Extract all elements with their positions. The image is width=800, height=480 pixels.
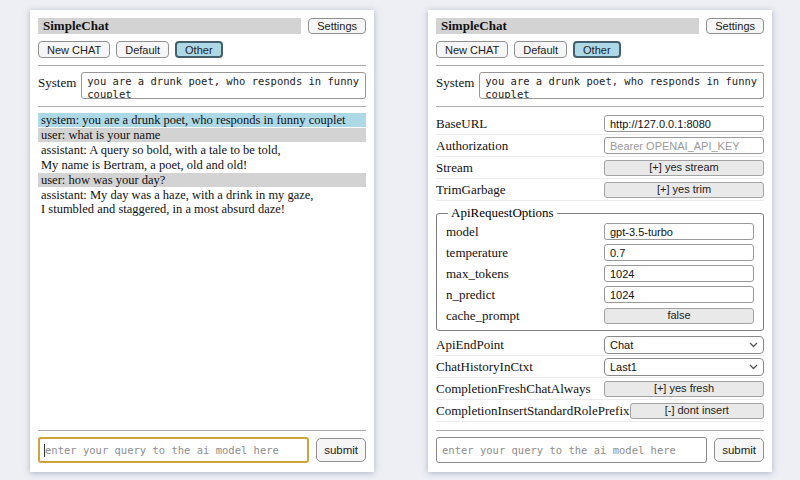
chathistory-select[interactable]: Last1 bbox=[604, 358, 764, 376]
roleprefix-label: CompletionInsertStandardRolePrefix bbox=[436, 403, 630, 419]
setting-row-roleprefix: CompletionInsertStandardRolePrefix [-] d… bbox=[436, 400, 764, 422]
setting-row-n-predict: n_predict bbox=[446, 284, 754, 305]
chathistory-selected-value: Last1 bbox=[610, 361, 637, 373]
session-tab-default[interactable]: Default bbox=[116, 41, 169, 58]
freshchat-toggle-button[interactable]: [+] yes fresh bbox=[604, 381, 764, 397]
max-tokens-label: max_tokens bbox=[446, 266, 509, 282]
session-toolbar: New CHAT Default Other bbox=[436, 41, 764, 58]
query-row: submit bbox=[38, 437, 366, 463]
header: SimpleChat Settings bbox=[436, 18, 764, 34]
temperature-input[interactable] bbox=[604, 244, 754, 261]
submit-button[interactable]: submit bbox=[714, 438, 764, 462]
settings-panel: SimpleChat Settings New CHAT Default Oth… bbox=[428, 10, 772, 472]
chat-message-system: system: you are a drunk poet, who respon… bbox=[38, 113, 366, 127]
baseurl-input[interactable] bbox=[604, 115, 764, 132]
system-prompt-row: System you are a drunk poet, who respond… bbox=[436, 72, 764, 99]
trimgarbage-toggle-button[interactable]: [+] yes trim bbox=[604, 182, 764, 198]
chevron-down-icon bbox=[749, 342, 758, 348]
query-area: submit bbox=[436, 430, 764, 463]
stream-toggle-button[interactable]: [+] yes stream bbox=[604, 160, 764, 176]
session-toolbar: New CHAT Default Other bbox=[38, 41, 366, 58]
divider bbox=[436, 430, 764, 431]
n-predict-label: n_predict bbox=[446, 287, 495, 303]
chat-log: system: you are a drunk poet, who respon… bbox=[38, 113, 366, 216]
max-tokens-input[interactable] bbox=[604, 265, 754, 282]
chathistory-label: ChatHistoryInCtxt bbox=[436, 359, 533, 375]
system-prompt-input[interactable]: you are a drunk poet, who responds in fu… bbox=[479, 72, 764, 99]
chat-message-user: user: what is your name bbox=[38, 128, 366, 142]
submit-button[interactable]: submit bbox=[316, 438, 366, 462]
setting-row-baseurl: BaseURL bbox=[436, 113, 764, 135]
apiendpoint-select[interactable]: Chat bbox=[604, 336, 764, 354]
new-chat-button[interactable]: New CHAT bbox=[38, 41, 110, 58]
cache-prompt-toggle-button[interactable]: false bbox=[604, 308, 754, 324]
setting-row-max-tokens: max_tokens bbox=[446, 263, 754, 284]
divider bbox=[436, 106, 764, 107]
trimgarbage-label: TrimGarbage bbox=[436, 182, 506, 198]
system-label: System bbox=[436, 72, 474, 91]
baseurl-label: BaseURL bbox=[436, 116, 487, 132]
chevron-down-icon bbox=[749, 364, 758, 370]
new-chat-button[interactable]: New CHAT bbox=[436, 41, 508, 58]
chat-message-assistant: assistant: My day was a haze, with a dri… bbox=[38, 188, 366, 216]
system-label: System bbox=[38, 72, 76, 91]
chat-message-assistant: assistant: A query so bold, with a tale … bbox=[38, 143, 366, 171]
system-prompt-row: System you are a drunk poet, who respond… bbox=[38, 72, 366, 99]
settings-button[interactable]: Settings bbox=[706, 18, 764, 34]
authorization-input[interactable] bbox=[604, 137, 764, 154]
settings-button[interactable]: Settings bbox=[308, 18, 366, 34]
system-prompt-input[interactable]: you are a drunk poet, who responds in fu… bbox=[81, 72, 366, 99]
session-tab-other[interactable]: Other bbox=[573, 41, 621, 58]
model-label: model bbox=[446, 224, 479, 240]
setting-row-stream: Stream [+] yes stream bbox=[436, 157, 764, 179]
setting-row-cache-prompt: cache_prompt false bbox=[446, 305, 754, 326]
model-input[interactable] bbox=[604, 223, 754, 240]
app-title: SimpleChat bbox=[38, 18, 301, 34]
setting-row-chathistory: ChatHistoryInCtxt Last1 bbox=[436, 356, 764, 378]
freshchat-label: CompletionFreshChatAlways bbox=[436, 381, 591, 397]
header: SimpleChat Settings bbox=[38, 18, 366, 34]
divider bbox=[436, 65, 764, 66]
chat-panel: SimpleChat Settings New CHAT Default Oth… bbox=[30, 10, 374, 472]
apiendpoint-selected-value: Chat bbox=[610, 339, 633, 351]
n-predict-input[interactable] bbox=[604, 286, 754, 303]
query-row: submit bbox=[436, 437, 764, 463]
query-area: submit bbox=[38, 430, 366, 463]
session-tab-default[interactable]: Default bbox=[514, 41, 567, 58]
setting-row-trimgarbage: TrimGarbage [+] yes trim bbox=[436, 179, 764, 201]
query-input[interactable] bbox=[436, 437, 707, 463]
setting-row-apiendpoint: ApiEndPoint Chat bbox=[436, 334, 764, 356]
stream-label: Stream bbox=[436, 160, 473, 176]
divider bbox=[38, 430, 366, 431]
setting-row-authorization: Authorization bbox=[436, 135, 764, 157]
settings-form: BaseURL Authorization Stream [+] yes str… bbox=[436, 113, 764, 422]
roleprefix-toggle-button[interactable]: [-] dont insert bbox=[630, 403, 764, 419]
cache-prompt-label: cache_prompt bbox=[446, 308, 520, 324]
setting-row-temperature: temperature bbox=[446, 242, 754, 263]
chat-message-user: user: how was your day? bbox=[38, 173, 366, 187]
divider bbox=[38, 106, 366, 107]
app-title: SimpleChat bbox=[436, 18, 699, 34]
session-tab-other[interactable]: Other bbox=[175, 41, 223, 58]
api-request-options-legend: ApiRequestOptions bbox=[448, 205, 557, 221]
api-request-options-fieldset: ApiRequestOptions model temperature max_… bbox=[436, 205, 764, 331]
temperature-label: temperature bbox=[446, 245, 508, 261]
divider bbox=[38, 65, 366, 66]
apiendpoint-label: ApiEndPoint bbox=[436, 337, 504, 353]
setting-row-freshchat: CompletionFreshChatAlways [+] yes fresh bbox=[436, 378, 764, 400]
authorization-label: Authorization bbox=[436, 138, 508, 154]
query-input[interactable] bbox=[38, 437, 309, 463]
setting-row-model: model bbox=[446, 221, 754, 242]
text-cursor bbox=[44, 444, 45, 457]
